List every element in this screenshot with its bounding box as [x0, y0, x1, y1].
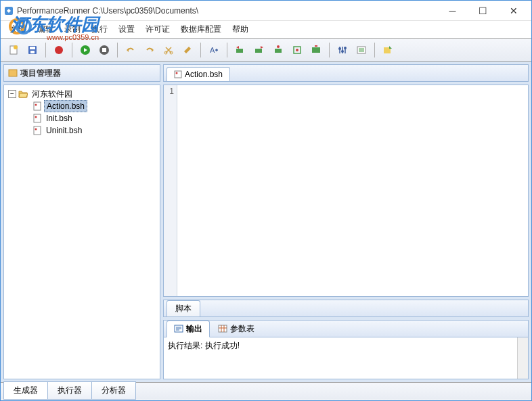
minimize-button[interactable]: ─ [437, 1, 468, 20]
tb-step2-icon[interactable] [250, 41, 268, 59]
close-button[interactable]: ✕ [498, 1, 529, 20]
tab-output-label: 输出 [186, 323, 202, 335]
svg-point-18 [277, 45, 280, 48]
menu-settings[interactable]: 设置 [113, 22, 140, 37]
tb-list-icon[interactable] [353, 41, 370, 59]
menu-license[interactable]: 许可证 [140, 22, 175, 37]
editor-panel: Action.bsh 1 脚本 输出 [163, 64, 529, 379]
tree-line [22, 124, 32, 137]
project-panel-header: 项目管理器 [3, 64, 160, 82]
svg-point-23 [341, 50, 344, 53]
tb-play-icon[interactable] [76, 41, 94, 59]
svg-point-24 [344, 47, 347, 49]
menu-execute[interactable]: 执行 [86, 22, 113, 37]
svg-rect-7 [30, 51, 35, 53]
app-icon [3, 5, 14, 16]
svg-point-29 [35, 104, 37, 106]
editor-tab-action[interactable]: Action.bsh [167, 67, 230, 81]
tree-file-label: Init.bsh [44, 113, 74, 124]
tb-adjust-icon[interactable] [334, 41, 351, 59]
svg-point-31 [35, 116, 37, 118]
tree-root-label: 河东软件园 [30, 88, 74, 101]
titlebar: PerformanceRunner C:\Users\pc0359\Docume… [1, 1, 531, 21]
tb-new-icon[interactable] [5, 41, 22, 59]
toolbar: A [1, 39, 531, 62]
svg-rect-11 [102, 48, 106, 52]
project-icon [8, 68, 18, 78]
tb-step1-icon[interactable] [231, 41, 249, 59]
tab-params[interactable]: 参数表 [211, 321, 261, 337]
tb-export-icon[interactable] [379, 41, 397, 59]
output-tabs: 输出 参数表 [163, 320, 529, 337]
tree-file-label: Action.bsh [44, 100, 87, 112]
menu-help[interactable]: 帮助 [227, 22, 254, 37]
menubar: 文件 编辑 录制 执行 设置 许可证 数据库配置 帮助 [1, 21, 531, 39]
maximize-button[interactable]: ☐ [468, 1, 498, 20]
tree-line [22, 112, 32, 124]
footer-tab-analyzer[interactable]: 分析器 [91, 381, 136, 400]
tab-params-label: 参数表 [230, 323, 254, 335]
footer-tab-generator[interactable]: 生成器 [3, 381, 48, 400]
tb-font-icon[interactable]: A [205, 41, 223, 59]
table-icon [218, 325, 227, 333]
tb-stop-icon[interactable] [95, 41, 113, 59]
output-content[interactable]: 执行结果: 执行成功! [163, 337, 529, 379]
tb-redo-icon[interactable] [141, 41, 158, 59]
tb-step3-icon[interactable] [269, 41, 287, 59]
tb-step5-icon[interactable] [307, 41, 325, 59]
tb-record-icon[interactable] [50, 41, 68, 59]
svg-point-22 [338, 47, 341, 50]
toolbar-separator [227, 43, 227, 57]
tb-tool-icon[interactable] [179, 41, 196, 59]
project-panel-title: 项目管理器 [20, 68, 61, 79]
code-editor[interactable]: 1 [163, 85, 529, 297]
editor-bottom-tabs: 脚本 [163, 300, 529, 317]
svg-rect-32 [34, 126, 41, 135]
menu-file[interactable]: 文件 [5, 22, 32, 37]
file-icon [32, 126, 42, 135]
svg-rect-21 [312, 47, 320, 53]
svg-point-4 [14, 45, 18, 49]
line-gutter: 1 [164, 85, 177, 296]
toolbar-separator [72, 43, 72, 57]
toolbar-separator [117, 43, 118, 57]
window-controls: ─ ☐ ✕ [437, 1, 529, 20]
file-icon [174, 70, 182, 78]
output-text: 执行结果: 执行成功! [168, 341, 240, 350]
tb-step4-icon[interactable] [288, 41, 306, 59]
tab-output[interactable]: 输出 [167, 321, 210, 337]
editor-content[interactable] [177, 85, 528, 296]
tb-undo-icon[interactable] [122, 41, 139, 59]
toolbar-separator [374, 43, 375, 57]
menu-record[interactable]: 录制 [59, 22, 86, 37]
menu-edit[interactable]: 编辑 [32, 22, 59, 37]
project-panel: 项目管理器 − 河东软件园 Action.bsh [3, 64, 160, 379]
editor-tab-label: Action.bsh [185, 70, 223, 79]
tb-cut-icon[interactable] [160, 41, 177, 59]
svg-rect-16 [255, 49, 262, 53]
tree-file-init[interactable]: Init.bsh [5, 112, 158, 124]
tree-root[interactable]: − 河东软件园 [5, 88, 158, 100]
svg-point-35 [176, 72, 178, 74]
svg-text:A: A [210, 46, 215, 54]
tb-save-icon[interactable] [24, 41, 41, 59]
tree-file-action[interactable]: Action.bsh [5, 100, 158, 112]
svg-rect-17 [275, 49, 282, 53]
footer-tab-executor[interactable]: 执行器 [47, 381, 92, 400]
collapse-icon[interactable]: − [8, 90, 16, 98]
svg-rect-30 [34, 114, 41, 122]
svg-rect-15 [236, 49, 243, 53]
file-icon [32, 101, 42, 111]
menu-database[interactable]: 数据库配置 [175, 22, 227, 37]
toolbar-separator [329, 43, 330, 57]
svg-rect-37 [219, 325, 227, 332]
project-tree[interactable]: − 河东软件园 Action.bsh Init.bsh [3, 85, 160, 379]
tab-script[interactable]: 脚本 [167, 300, 200, 316]
toolbar-separator [200, 43, 201, 57]
tree-file-uninit[interactable]: Uninit.bsh [5, 124, 158, 137]
main-area: 项目管理器 − 河东软件园 Action.bsh [1, 62, 531, 382]
scrollbar[interactable] [517, 337, 528, 379]
output-icon [174, 325, 183, 333]
svg-point-8 [55, 46, 63, 54]
svg-rect-6 [30, 47, 35, 49]
